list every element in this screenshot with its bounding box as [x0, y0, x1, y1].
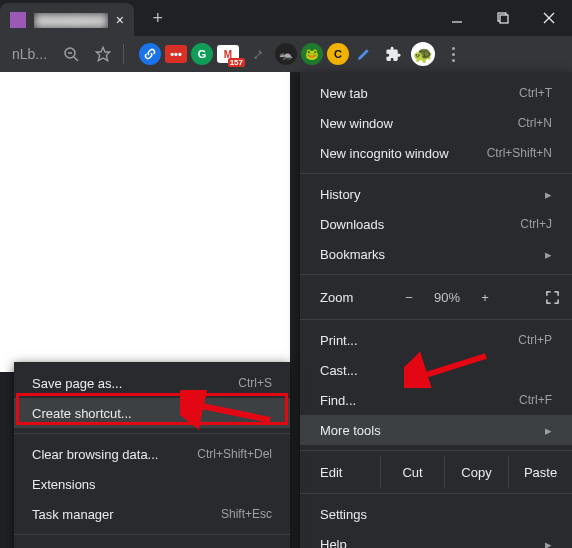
svg-marker-8: [96, 47, 109, 60]
more-tools-submenu: Save page as...Ctrl+S Create shortcut...…: [14, 362, 290, 548]
extension-link-icon[interactable]: [139, 43, 161, 65]
close-icon[interactable]: [526, 2, 572, 34]
separator: [14, 433, 290, 434]
separator: [300, 319, 572, 320]
separator: [14, 534, 290, 535]
submenu-extensions[interactable]: Extensions: [14, 469, 290, 499]
menu-cast[interactable]: Cast...: [300, 355, 572, 385]
submenu-save-page[interactable]: Save page as...Ctrl+S: [14, 368, 290, 398]
menu-more-tools[interactable]: More tools: [300, 415, 572, 445]
separator: [123, 44, 133, 64]
chevron-right-icon: [545, 247, 552, 262]
menu-new-window[interactable]: New windowCtrl+N: [300, 108, 572, 138]
profile-avatar[interactable]: 🐢: [411, 42, 435, 66]
address-fragment: nLb...: [6, 46, 53, 62]
extension-pen-icon[interactable]: [353, 43, 375, 65]
chevron-right-icon: [545, 187, 552, 202]
titlebar: ████████ × +: [0, 0, 572, 36]
svg-rect-2: [500, 15, 508, 23]
chevron-right-icon: [545, 537, 552, 549]
menu-zoom-row: Zoom − 90% +: [300, 280, 572, 314]
extension-gmail-icon[interactable]: M157: [217, 45, 239, 63]
zoom-label: Zoom: [320, 290, 390, 305]
extensions-puzzle-icon[interactable]: [379, 40, 407, 68]
submenu-dev-tools[interactable]: Developer toolsCtrl+Shift+I: [14, 540, 290, 548]
new-tab-button[interactable]: +: [144, 4, 172, 32]
submenu-create-shortcut[interactable]: Create shortcut...: [14, 398, 290, 428]
submenu-clear-data[interactable]: Clear browsing data...Ctrl+Shift+Del: [14, 439, 290, 469]
window-controls: [434, 2, 572, 34]
menu-downloads[interactable]: DownloadsCtrl+J: [300, 209, 572, 239]
menu-new-tab[interactable]: New tabCtrl+T: [300, 78, 572, 108]
maximize-icon[interactable]: [480, 2, 526, 34]
extension-w-icon[interactable]: 🐸: [301, 43, 323, 65]
separator: [300, 450, 572, 451]
close-tab-icon[interactable]: ×: [116, 12, 124, 28]
menu-print[interactable]: Print...Ctrl+P: [300, 325, 572, 355]
zoom-decrease-button[interactable]: −: [390, 290, 428, 305]
pin-icon[interactable]: [243, 40, 271, 68]
menu-settings[interactable]: Settings: [300, 499, 572, 529]
separator: [300, 173, 572, 174]
svg-line-6: [74, 57, 78, 61]
page-content: [0, 72, 290, 372]
browser-tab[interactable]: ████████ ×: [0, 3, 134, 37]
menu-edit-row: Edit Cut Copy Paste: [300, 456, 572, 488]
chevron-right-icon: [545, 423, 552, 438]
cut-button[interactable]: Cut: [380, 456, 444, 488]
menu-help[interactable]: Help: [300, 529, 572, 548]
menu-new-incognito[interactable]: New incognito windowCtrl+Shift+N: [300, 138, 572, 168]
zoom-icon[interactable]: [57, 40, 85, 68]
extension-c-icon[interactable]: C: [327, 43, 349, 65]
zoom-value: 90%: [428, 290, 466, 305]
fullscreen-icon[interactable]: [532, 290, 572, 305]
edit-label: Edit: [300, 465, 380, 480]
extension-g-icon[interactable]: G: [191, 43, 213, 65]
toolbar: nLb... ••• G M157 🦡 🐸 C 🐢: [0, 36, 572, 72]
main-menu: New tabCtrl+T New windowCtrl+N New incog…: [300, 72, 572, 548]
menu-bookmarks[interactable]: Bookmarks: [300, 239, 572, 269]
menu-history[interactable]: History: [300, 179, 572, 209]
copy-button[interactable]: Copy: [444, 456, 508, 488]
submenu-task-manager[interactable]: Task managerShift+Esc: [14, 499, 290, 529]
tab-favicon-icon: [10, 12, 26, 28]
separator: [300, 274, 572, 275]
gmail-badge: 157: [228, 58, 245, 67]
bookmark-star-icon[interactable]: [89, 40, 117, 68]
separator: [300, 493, 572, 494]
paste-button[interactable]: Paste: [508, 456, 572, 488]
extension-red-icon[interactable]: •••: [165, 45, 187, 63]
minimize-icon[interactable]: [434, 2, 480, 34]
menu-button-icon[interactable]: [439, 40, 467, 68]
extension-badger-icon[interactable]: 🦡: [275, 43, 297, 65]
menu-find[interactable]: Find...Ctrl+F: [300, 385, 572, 415]
tab-title: ████████: [34, 13, 108, 28]
zoom-increase-button[interactable]: +: [466, 290, 504, 305]
